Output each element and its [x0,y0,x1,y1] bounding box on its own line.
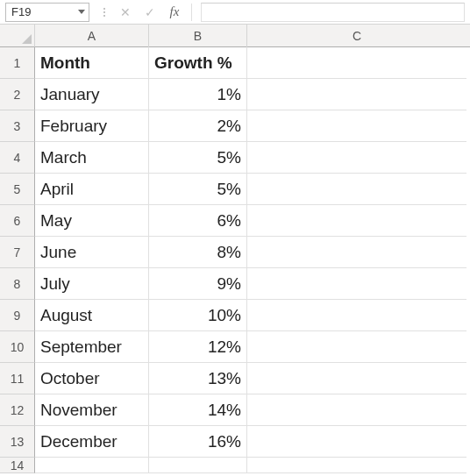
chevron-down-icon [78,10,85,14]
cell-c5[interactable] [247,174,466,205]
cell-b6[interactable]: 6% [149,205,247,237]
name-box-value: F19 [11,5,31,18]
formula-bar: F19 ✕ ✓ fx [0,0,470,25]
column-header-b[interactable]: B [149,25,247,47]
divider [191,4,192,21]
cell-a5[interactable]: April [35,174,149,205]
cell-c13[interactable] [247,426,466,458]
cell-a12[interactable]: November [35,394,149,426]
table-row: 7June8% [0,237,470,268]
table-row: 14 [0,458,470,473]
cell-a7[interactable]: June [35,237,149,268]
cell-b1[interactable]: Growth % [149,47,247,79]
cell-b7[interactable]: 8% [149,237,247,268]
cell-c6[interactable] [247,205,466,237]
row-header[interactable]: 2 [0,79,35,110]
cell-c7[interactable] [247,237,466,268]
cell-a13[interactable]: December [35,426,149,458]
table-row: 11October13% [0,363,470,394]
cell-b2[interactable]: 1% [149,79,247,110]
cell-c4[interactable] [247,142,466,174]
spreadsheet: A B C 1MonthGrowth %2January1%3February2… [0,25,470,476]
table-row: 12November14% [0,394,470,426]
cell-b14[interactable] [149,458,247,473]
row-header[interactable]: 9 [0,300,35,331]
cell-b3[interactable]: 2% [149,110,247,142]
cell-a1[interactable]: Month [35,47,149,79]
column-header-a[interactable]: A [35,25,149,47]
table-row: 10September12% [0,331,470,363]
cell-a6[interactable]: May [35,205,149,237]
row-header[interactable]: 10 [0,331,35,363]
row-header[interactable]: 11 [0,363,35,394]
row-header[interactable]: 8 [0,268,35,300]
cell-c3[interactable] [247,110,466,142]
table-header-row: 1MonthGrowth % [0,47,470,79]
cell-b10[interactable]: 12% [149,331,247,363]
row-header[interactable]: 5 [0,174,35,205]
table-row: 8July9% [0,268,470,300]
cell-b12[interactable]: 14% [149,394,247,426]
name-box[interactable]: F19 [5,3,89,22]
cell-c9[interactable] [247,300,466,331]
cell-a4[interactable]: March [35,142,149,174]
cell-a2[interactable]: January [35,79,149,110]
row-header[interactable]: 13 [0,426,35,458]
row-header[interactable]: 3 [0,110,35,142]
table-row: 2January1% [0,79,470,110]
enter-button[interactable]: ✓ [140,3,160,22]
formula-input[interactable] [201,3,465,22]
fx-icon: fx [170,4,180,19]
cell-a3[interactable]: February [35,110,149,142]
separator-dots-icon [102,8,107,17]
cell-b8[interactable]: 9% [149,268,247,300]
table-row: 4March5% [0,142,470,174]
cell-c11[interactable] [247,363,466,394]
table-row: 3February2% [0,110,470,142]
row-header[interactable]: 14 [0,458,35,473]
cell-b11[interactable]: 13% [149,363,247,394]
row-header[interactable]: 1 [0,47,35,79]
table-row: 13December16% [0,426,470,458]
table-row: 6May6% [0,205,470,237]
select-all-corner[interactable] [0,25,35,47]
cell-b13[interactable]: 16% [149,426,247,458]
cell-b4[interactable]: 5% [149,142,247,174]
row-header[interactable]: 12 [0,394,35,426]
cell-c14[interactable] [247,458,466,473]
cell-a14[interactable] [35,458,149,473]
cell-b5[interactable]: 5% [149,174,247,205]
row-header[interactable]: 6 [0,205,35,237]
cell-a8[interactable]: July [35,268,149,300]
cell-c8[interactable] [247,268,466,300]
cell-a11[interactable]: October [35,363,149,394]
cell-c12[interactable] [247,394,466,426]
check-icon: ✓ [145,5,155,19]
table-row: 5April5% [0,174,470,205]
cancel-button[interactable]: ✕ [116,3,135,22]
cell-c10[interactable] [247,331,466,363]
row-header[interactable]: 4 [0,142,35,174]
cell-a10[interactable]: September [35,331,149,363]
sheet-grid: 1MonthGrowth %2January1%3February2%4Marc… [0,47,470,473]
cell-b9[interactable]: 10% [149,300,247,331]
close-icon: ✕ [120,5,131,19]
cell-c1[interactable] [247,47,466,79]
cell-a9[interactable]: August [35,300,149,331]
row-header[interactable]: 7 [0,237,35,268]
column-header-c[interactable]: C [247,25,466,47]
column-headers: A B C [35,25,470,47]
table-row: 9August10% [0,300,470,331]
insert-function-button[interactable]: fx [165,3,184,22]
cell-c2[interactable] [247,79,466,110]
